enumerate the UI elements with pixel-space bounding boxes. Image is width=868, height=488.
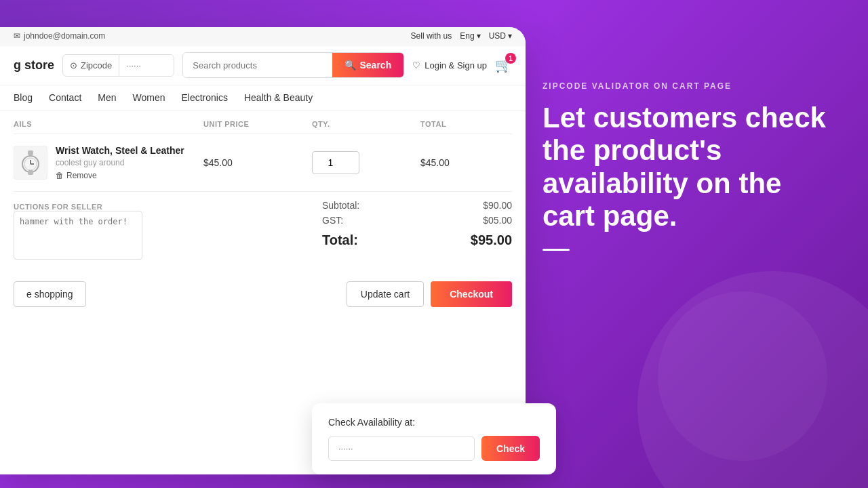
login-link[interactable]: ♡ Login & Sign up [412, 60, 487, 70]
promo-label: ZIPCODE VALIDATOR ON CART PAGE [542, 81, 827, 91]
availability-zipcode-input[interactable] [328, 436, 475, 461]
total-price: $45.00 [420, 157, 502, 168]
search-box: 🔍 Search [182, 52, 404, 78]
update-cart-button[interactable]: Update cart [347, 281, 424, 307]
trash-icon: 🗑 [56, 171, 64, 180]
language-selector[interactable]: Eng ▾ [460, 31, 480, 41]
sell-with-us-link[interactable]: Sell with us [411, 31, 452, 41]
header: g store ⊙ Zipcode 🔍 Search ♡ Login & Sig… [0, 45, 526, 85]
language-label: Eng [460, 31, 474, 41]
email-icon: ✉ [14, 31, 20, 41]
product-info: Wrist Watch, Steel & Leather coolest guy… [14, 145, 203, 180]
order-summary: Subtotal: $90.00 GST: $05.00 Total: $95.… [217, 200, 512, 262]
qty-input[interactable] [312, 151, 359, 174]
topbar-left: ✉ johndoe@domain.com [14, 31, 105, 41]
total-label: Total: [322, 232, 358, 248]
subtotal-value: $90.00 [483, 200, 512, 211]
instructions-label: UCTIONS FOR SELLER [14, 200, 203, 211]
cart-content: AILS UNIT PRICE QTY. TOTAL [0, 110, 526, 312]
topbar-right: Sell with us Eng ▾ USD ▾ [411, 31, 512, 41]
col-total: TOTAL [420, 120, 502, 128]
chevron-down-icon: ▾ [477, 31, 481, 41]
gst-row: GST: $05.00 [322, 215, 512, 226]
table-row: Wrist Watch, Steel & Leather coolest guy… [14, 134, 512, 192]
col-details: AILS [14, 120, 203, 128]
nav-item-blog[interactable]: Blog [14, 92, 33, 103]
continue-shopping-button[interactable]: e shopping [14, 281, 86, 307]
zipcode-label: ⊙ Zipcode [63, 55, 119, 76]
total-row: Total: $95.00 [322, 232, 512, 248]
instructions-textarea[interactable] [14, 211, 142, 260]
availability-title: Check Availability at: [328, 417, 540, 428]
zipcode-widget: ⊙ Zipcode [62, 54, 174, 77]
gst-value: $05.00 [483, 215, 512, 226]
gst-label: GST: [322, 215, 343, 226]
subtotal-label: Subtotal: [322, 200, 359, 211]
cart-button[interactable]: 🛒 1 [495, 57, 512, 73]
product-image [14, 146, 47, 180]
zipcode-input[interactable] [119, 55, 174, 76]
location-icon: ⊙ [70, 60, 77, 70]
search-button[interactable]: 🔍 Search [332, 53, 404, 77]
subtotal-row: Subtotal: $90.00 [322, 200, 512, 211]
nav-item-contact[interactable]: Contact [49, 92, 81, 103]
search-input[interactable] [183, 53, 332, 77]
chevron-down-icon: ▾ [508, 31, 512, 41]
availability-form: Check [328, 436, 540, 461]
store-name: g store [14, 58, 54, 73]
navigation: Blog Contact Men Women Electronics Healt… [0, 85, 526, 110]
svg-rect-2 [28, 150, 33, 155]
actions-row: e shopping Update cart Checkout [14, 270, 512, 312]
currency-selector[interactable]: USD ▾ [489, 31, 512, 41]
total-value: $95.00 [471, 232, 512, 248]
remove-button[interactable]: 🗑 Remove [56, 171, 184, 180]
unit-price: $45.00 [203, 157, 312, 168]
nav-item-electronics[interactable]: Electronics [182, 92, 228, 103]
cart-badge: 1 [505, 53, 516, 64]
check-availability-button[interactable]: Check [481, 436, 540, 461]
nav-item-women[interactable]: Women [133, 92, 165, 103]
instructions-area: UCTIONS FOR SELLER [14, 200, 203, 262]
topbar: ✉ johndoe@domain.com Sell with us Eng ▾ … [0, 27, 526, 45]
col-unit-price: UNIT PRICE [203, 120, 312, 128]
product-desc: coolest guy around [56, 158, 184, 167]
search-icon: 🔍 [344, 60, 356, 70]
svg-rect-3 [28, 170, 33, 175]
nav-item-health[interactable]: Health & Beauty [244, 92, 313, 103]
col-qty: QTY. [312, 120, 420, 128]
heart-icon: ♡ [412, 60, 420, 70]
availability-popup: Check Availability at: Check [312, 403, 556, 474]
qty-cell [312, 151, 420, 174]
nav-item-men[interactable]: Men [98, 92, 116, 103]
promo-panel: ZIPCODE VALIDATOR ON CART PAGE Let custo… [542, 81, 827, 251]
checkout-button[interactable]: Checkout [431, 281, 512, 307]
currency-label: USD [489, 31, 506, 41]
instructions-section: UCTIONS FOR SELLER Subtotal: $90.00 GST:… [14, 192, 512, 270]
promo-line [542, 249, 570, 251]
cart-actions: Update cart Checkout [347, 281, 512, 307]
product-details: Wrist Watch, Steel & Leather coolest guy… [56, 145, 184, 180]
promo-title: Let customers check the product's availa… [542, 102, 827, 232]
cart-table-header: AILS UNIT PRICE QTY. TOTAL [14, 110, 512, 134]
topbar-email: johndoe@domain.com [24, 31, 105, 41]
product-name: Wrist Watch, Steel & Leather [56, 145, 184, 156]
